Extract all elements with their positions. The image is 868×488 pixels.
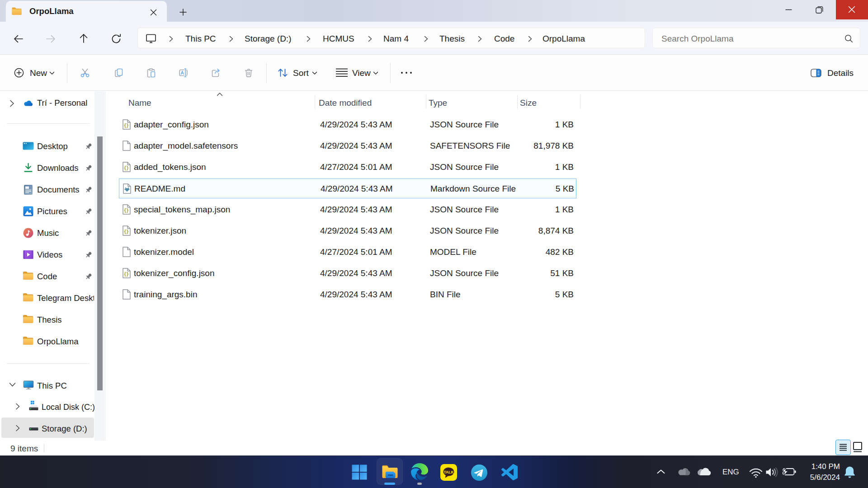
svg-text:{}: {} xyxy=(124,229,129,234)
svg-text:{}: {} xyxy=(124,207,129,213)
svg-text:{}: {} xyxy=(124,165,129,170)
svg-text:TALK: TALK xyxy=(443,470,454,474)
svg-text:{}: {} xyxy=(124,271,129,277)
svg-text:{}: {} xyxy=(124,122,129,128)
